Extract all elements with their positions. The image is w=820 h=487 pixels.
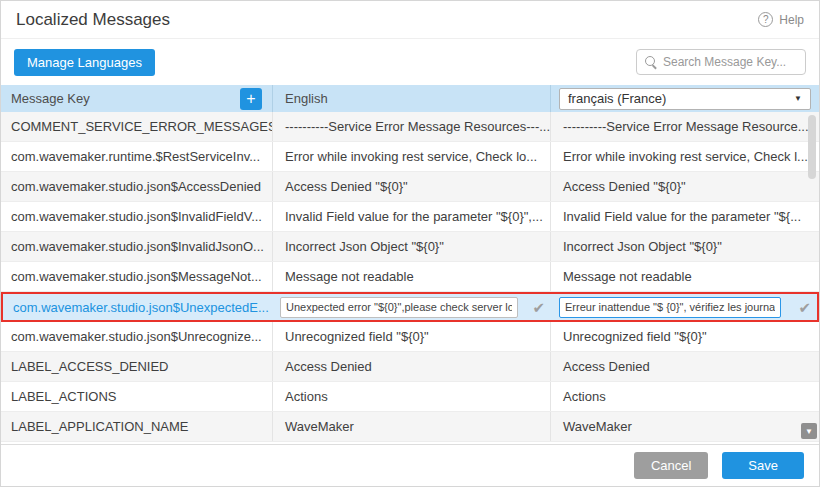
row-english-text[interactable]: ----------Service Error Message Resource… bbox=[273, 112, 551, 141]
row-message-key: LABEL_ACTIONS bbox=[1, 382, 273, 411]
table-row[interactable]: COMMENT_SERVICE_ERROR_MESSAGES ---------… bbox=[1, 112, 819, 142]
english-header-label: English bbox=[285, 91, 328, 106]
row-english-edit-cell: ✔ bbox=[275, 294, 553, 320]
row-french-text[interactable]: Access Denied "${0}" bbox=[551, 172, 819, 201]
column-header-language: français (France) ▼ bbox=[551, 85, 819, 112]
language-dropdown-value: français (France) bbox=[568, 91, 666, 106]
chevron-down-icon: ▼ bbox=[794, 94, 802, 103]
row-english-text[interactable]: Actions bbox=[273, 382, 551, 411]
column-header-message-key: Message Key + bbox=[1, 85, 273, 112]
messages-table: Message Key + English français (France) … bbox=[1, 85, 819, 444]
help-label: Help bbox=[779, 13, 804, 27]
row-message-key: com.wavemaker.studio.json$MessageNot... bbox=[1, 262, 273, 291]
confirm-check-icon[interactable]: ✔ bbox=[532, 300, 545, 315]
manage-languages-button[interactable]: Manage Languages bbox=[14, 49, 155, 76]
help-button[interactable]: ? Help bbox=[758, 12, 804, 27]
search-icon bbox=[645, 56, 657, 68]
row-french-edit-cell: ✔ bbox=[553, 294, 817, 320]
row-french-text[interactable]: Invalid Field value for the parameter "$… bbox=[551, 202, 819, 231]
row-english-text[interactable]: Error while invoking rest service, Check… bbox=[273, 142, 551, 171]
row-english-text[interactable]: Incorrect Json Object "${0}" bbox=[273, 232, 551, 261]
language-dropdown[interactable]: français (France) ▼ bbox=[559, 88, 811, 110]
message-key-header-label: Message Key bbox=[11, 91, 90, 106]
save-button[interactable]: Save bbox=[722, 452, 804, 479]
row-french-text[interactable]: WaveMaker bbox=[551, 412, 819, 441]
row-french-text[interactable]: Error while invoking rest service, Check… bbox=[551, 142, 819, 171]
toolbar: Manage Languages bbox=[1, 39, 819, 85]
english-message-input[interactable] bbox=[280, 297, 518, 318]
row-english-text[interactable]: Access Denied bbox=[273, 352, 551, 381]
table-header-row: Message Key + English français (France) … bbox=[1, 85, 819, 112]
table-row[interactable]: com.wavemaker.studio.json$InvalidFieldV.… bbox=[1, 202, 819, 232]
row-message-key: LABEL_APPLICATION_NAME bbox=[1, 412, 273, 441]
row-french-text[interactable]: Message not readable bbox=[551, 262, 819, 291]
row-english-text[interactable]: Unrecognized field "${0}" bbox=[273, 322, 551, 351]
row-french-text[interactable]: Incorrect Json Object "${0}" bbox=[551, 232, 819, 261]
row-message-key: com.wavemaker.studio.json$InvalidFieldV.… bbox=[1, 202, 273, 231]
row-message-key: com.wavemaker.studio.json$Unrecognize... bbox=[1, 322, 273, 351]
table-row[interactable]: LABEL_ACCESS_DENIED Access Denied Access… bbox=[1, 352, 819, 382]
table-row-editing[interactable]: com.wavemaker.studio.json$UnexpectedE...… bbox=[1, 292, 819, 322]
table-row[interactable]: com.wavemaker.runtime.$RestServiceInv...… bbox=[1, 142, 819, 172]
row-message-key: com.wavemaker.runtime.$RestServiceInv... bbox=[1, 142, 273, 171]
row-french-text[interactable]: Actions bbox=[551, 382, 819, 411]
footer-bar: Cancel Save bbox=[1, 444, 819, 486]
row-message-key: com.wavemaker.studio.json$AccessDenied bbox=[1, 172, 273, 201]
row-french-text[interactable]: ----------Service Error Message Resource… bbox=[551, 112, 819, 141]
row-english-text[interactable]: Invalid Field value for the parameter "$… bbox=[273, 202, 551, 231]
row-message-key: LABEL_ACCESS_DENIED bbox=[1, 352, 273, 381]
row-english-text[interactable]: WaveMaker bbox=[273, 412, 551, 441]
french-message-input[interactable] bbox=[559, 297, 781, 318]
help-question-icon: ? bbox=[758, 12, 773, 27]
table-row[interactable]: com.wavemaker.studio.json$Unrecognize...… bbox=[1, 322, 819, 352]
row-english-text[interactable]: Message not readable bbox=[273, 262, 551, 291]
search-input[interactable] bbox=[663, 55, 797, 69]
title-bar: Localized Messages ? Help bbox=[1, 1, 819, 39]
row-french-text[interactable]: Access Denied bbox=[551, 352, 819, 381]
row-message-key-selected: com.wavemaker.studio.json$UnexpectedE... bbox=[3, 294, 275, 320]
scrollbar-thumb[interactable] bbox=[808, 115, 816, 179]
row-english-text[interactable]: Access Denied "${0}" bbox=[273, 172, 551, 201]
scroll-down-button[interactable]: ▼ bbox=[801, 423, 817, 439]
row-message-key: com.wavemaker.studio.json$InvalidJsonO..… bbox=[1, 232, 273, 261]
table-row[interactable]: com.wavemaker.studio.json$AccessDenied A… bbox=[1, 172, 819, 202]
search-box[interactable] bbox=[636, 49, 806, 75]
localized-messages-dialog: Localized Messages ? Help Manage Languag… bbox=[0, 0, 820, 487]
column-header-english: English bbox=[273, 85, 551, 112]
row-french-text[interactable]: Unrecognized field "${0}" bbox=[551, 322, 819, 351]
table-row[interactable]: LABEL_APPLICATION_NAME WaveMaker WaveMak… bbox=[1, 412, 819, 442]
table-row[interactable]: LABEL_ACTIONS Actions Actions bbox=[1, 382, 819, 412]
add-message-key-button[interactable]: + bbox=[240, 88, 262, 110]
vertical-scrollbar[interactable]: ▼ bbox=[801, 112, 819, 444]
row-message-key: COMMENT_SERVICE_ERROR_MESSAGES bbox=[1, 112, 273, 141]
table-body: COMMENT_SERVICE_ERROR_MESSAGES ---------… bbox=[1, 112, 819, 444]
cancel-button[interactable]: Cancel bbox=[634, 452, 708, 479]
table-row[interactable]: com.wavemaker.studio.json$MessageNot... … bbox=[1, 262, 819, 292]
page-title: Localized Messages bbox=[16, 10, 170, 30]
table-row[interactable]: com.wavemaker.studio.json$InvalidJsonO..… bbox=[1, 232, 819, 262]
